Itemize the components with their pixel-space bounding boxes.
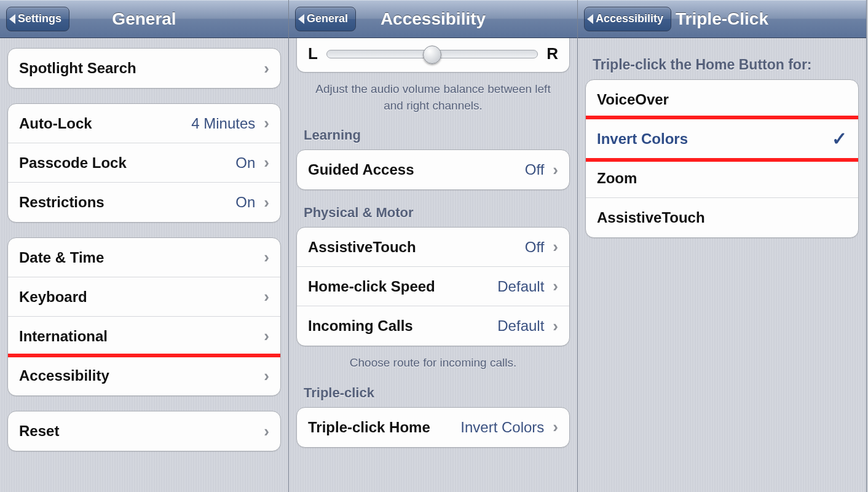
option-zoom[interactable]: Zoom xyxy=(586,159,858,198)
row-label: Invert Colors xyxy=(597,130,688,148)
row-label: Accessibility xyxy=(19,367,109,384)
row-accessibility[interactable]: Accessibility › xyxy=(8,356,280,395)
group-security: Auto-Lock 4 Minutes › Passcode Lock On ›… xyxy=(7,103,281,223)
row-triple-click-home[interactable]: Triple-click Home Invert Colors › xyxy=(297,408,569,447)
chevron-right-icon: › xyxy=(264,248,269,267)
row-reset[interactable]: Reset › xyxy=(8,411,280,451)
page-title: Triple-Click xyxy=(676,9,768,29)
group-triple-click: Triple-click Home Invert Colors › xyxy=(296,407,570,448)
row-label: AssistiveTouch xyxy=(597,209,705,226)
back-button-settings[interactable]: Settings xyxy=(6,7,69,31)
chevron-right-icon: › xyxy=(264,114,269,133)
row-spotlight-search[interactable]: Spotlight Search › xyxy=(8,49,280,88)
navbar-accessibility: General Accessibility xyxy=(289,0,577,38)
chevron-right-icon: › xyxy=(264,193,269,212)
row-restrictions[interactable]: Restrictions On › xyxy=(8,183,280,222)
slider-left-label: L xyxy=(308,44,318,63)
row-value: Default xyxy=(497,278,550,295)
section-header-tripleclick: Triple-click xyxy=(304,385,565,401)
row-guided-access[interactable]: Guided Access Off › xyxy=(297,150,569,189)
content-general: Spotlight Search › Auto-Lock 4 Minutes ›… xyxy=(0,38,288,492)
row-value: Off xyxy=(525,239,551,256)
back-label: General xyxy=(307,12,348,25)
section-header-learning: Learning xyxy=(304,127,565,143)
row-value: Off xyxy=(525,161,551,178)
back-label: Accessibility xyxy=(596,12,663,25)
chevron-right-icon: › xyxy=(264,153,269,172)
section-header-triple-click-for: Triple-click the Home Button for: xyxy=(593,57,854,73)
chevron-right-icon: › xyxy=(264,287,269,306)
row-label: Zoom xyxy=(597,170,637,187)
row-label: Incoming Calls xyxy=(308,317,413,335)
row-passcode-lock[interactable]: Passcode Lock On › xyxy=(8,143,280,183)
group-reset: Reset › xyxy=(7,411,281,451)
row-label: International xyxy=(19,328,108,345)
row-label: AssistiveTouch xyxy=(308,239,416,256)
incoming-calls-note: Choose route for incoming calls. xyxy=(309,355,558,371)
group-triple-click-options: VoiceOver Invert Colors ✓ Zoom Assistive… xyxy=(585,79,859,238)
row-value: Default xyxy=(497,317,550,335)
row-value: Invert Colors xyxy=(460,419,550,436)
back-button-accessibility[interactable]: Accessibility xyxy=(584,7,671,31)
chevron-right-icon: › xyxy=(553,277,558,296)
audio-balance-note: Adjust the audio volume balance between … xyxy=(309,81,558,114)
balance-slider[interactable] xyxy=(326,50,538,58)
row-label: Restrictions xyxy=(19,194,105,211)
row-label: Keyboard xyxy=(19,288,87,306)
row-label: VoiceOver xyxy=(597,91,669,108)
row-incoming-calls[interactable]: Incoming Calls Default › xyxy=(297,306,569,346)
row-audio-balance: L R xyxy=(297,38,569,72)
navbar-triple-click: Accessibility Triple-Click xyxy=(578,0,866,38)
navbar-general: Settings General xyxy=(0,0,288,38)
slider-right-label: R xyxy=(546,44,558,63)
content-triple-click: Triple-click the Home Button for: VoiceO… xyxy=(578,38,866,492)
chevron-right-icon: › xyxy=(264,367,269,386)
chevron-right-icon: › xyxy=(553,161,558,180)
row-label: Auto-Lock xyxy=(19,115,92,132)
back-label: Settings xyxy=(18,12,61,25)
panel-triple-click: Accessibility Triple-Click Triple-click … xyxy=(578,0,867,492)
row-label: Date & Time xyxy=(19,249,104,266)
row-label: Spotlight Search xyxy=(19,60,136,77)
row-keyboard[interactable]: Keyboard › xyxy=(8,277,280,317)
row-auto-lock[interactable]: Auto-Lock 4 Minutes › xyxy=(8,104,280,143)
content-accessibility: L R Adjust the audio volume balance betw… xyxy=(289,38,577,492)
row-label: Passcode Lock xyxy=(19,154,127,172)
row-assistivetouch[interactable]: AssistiveTouch Off › xyxy=(297,228,569,267)
group-spotlight: Spotlight Search › xyxy=(7,48,281,89)
section-header-physical: Physical & Motor xyxy=(304,205,565,221)
row-value: On xyxy=(235,154,261,172)
chevron-right-icon: › xyxy=(553,418,558,437)
page-title: General xyxy=(112,9,176,29)
row-home-click-speed[interactable]: Home-click Speed Default › xyxy=(297,267,569,306)
chevron-right-icon: › xyxy=(553,237,558,256)
option-assistivetouch[interactable]: AssistiveTouch xyxy=(586,198,858,237)
row-international[interactable]: International › xyxy=(8,317,280,356)
chevron-right-icon: › xyxy=(264,59,269,78)
row-date-time[interactable]: Date & Time › xyxy=(8,238,280,277)
chevron-right-icon: › xyxy=(553,317,558,336)
chevron-right-icon: › xyxy=(264,327,269,346)
row-label: Triple-click Home xyxy=(308,419,430,436)
group-system: Date & Time › Keyboard › International ›… xyxy=(7,237,281,396)
row-label: Reset xyxy=(19,423,59,440)
slider-thumb-icon[interactable] xyxy=(423,46,441,64)
group-physical-motor: AssistiveTouch Off › Home-click Speed De… xyxy=(296,227,570,346)
row-label: Home-click Speed xyxy=(308,278,435,295)
row-value: On xyxy=(235,194,261,211)
page-title: Accessibility xyxy=(381,9,486,29)
option-invert-colors[interactable]: Invert Colors ✓ xyxy=(586,119,858,159)
row-label: Guided Access xyxy=(308,161,414,178)
checkmark-icon: ✓ xyxy=(832,128,847,149)
group-learning: Guided Access Off › xyxy=(296,149,570,190)
row-value: 4 Minutes xyxy=(191,115,261,132)
group-audio-balance: L R xyxy=(296,38,570,73)
back-button-general[interactable]: General xyxy=(295,7,356,31)
option-voiceover[interactable]: VoiceOver xyxy=(586,80,858,119)
chevron-right-icon: › xyxy=(264,422,269,441)
panel-accessibility: General Accessibility L R Adjust the aud… xyxy=(289,0,578,492)
panel-general: Settings General Spotlight Search › Auto… xyxy=(0,0,289,492)
